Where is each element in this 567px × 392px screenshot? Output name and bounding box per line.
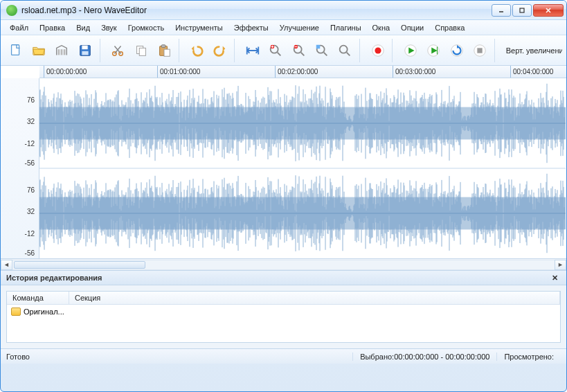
toolbar-separator [234,39,238,62]
app-window: rsload.net.mp3 - Nero WaveEditor Файл Пр… [0,0,567,392]
scale-mark: 76 [27,96,35,104]
toolbar-separator [100,39,104,62]
scroll-left-button[interactable]: ◄ [1,260,12,270]
zoom-full-button[interactable] [334,39,356,62]
status-bar: Готово Выбрано:00:00:00:000 - 00:00:00:0… [1,348,566,364]
horizontal-scrollbar[interactable]: ◄ ► [1,258,566,270]
window-title: rsload.net.mp3 - Nero WaveEditor [21,6,147,15]
svg-line-26 [300,52,304,55]
scroll-thumb[interactable] [14,261,145,269]
record-button[interactable] [367,39,388,62]
menubar: Файл Правка Вид Звук Громкость Инструмен… [1,20,566,35]
svg-point-32 [340,45,348,53]
scroll-right-button[interactable]: ► [555,260,566,270]
work-area: 00:00:00:000 00:01:00:000 00:02:00:000 0… [1,66,566,270]
amplitude-scale: 76 32 -12 -56 76 32 -12 -56 [1,78,39,258]
svg-rect-14 [139,48,145,55]
menu-tools[interactable]: Инструменты [170,22,228,33]
scale-mark: -12 [25,139,35,147]
history-title: История редактирования [6,274,102,282]
ruler-tick: 00:03:00:000 [393,66,435,78]
toolbar-separator [179,39,183,62]
svg-line-33 [347,52,350,55]
menu-plugins[interactable]: Плагины [325,22,366,33]
svg-rect-4 [11,44,19,55]
status-selection: Выбрано:00:00:00:000 - 00:00:00:000 [352,353,496,361]
scale-mark: -12 [25,229,35,237]
paste-button[interactable] [153,39,174,62]
new-file-button[interactable] [5,39,26,62]
library-button[interactable] [51,39,73,62]
history-empty-space [7,319,560,342]
scale-mark: -56 [25,249,35,257]
svg-rect-17 [164,49,170,56]
ruler-tick: 00:00:00:000 [44,66,87,78]
status-viewed: Просмотрено: [496,353,561,361]
play-button[interactable] [399,39,421,62]
ruler-tick: 00:02:00:000 [275,66,318,78]
undo-button[interactable] [186,39,208,62]
zoom-label: Верт. увеличени [506,46,562,55]
scale-mark: 32 [27,118,35,125]
close-button[interactable] [533,4,564,17]
menu-file[interactable]: Файл [5,22,33,33]
menu-audio[interactable]: Звук [96,22,122,33]
toolbar: Верт. увеличени [1,35,566,66]
cut-button[interactable] [107,39,128,62]
time-ruler[interactable]: 00:00:00:000 00:01:00:000 00:02:00:000 0… [39,66,566,78]
col-command[interactable]: Команда [7,292,69,304]
titlebar[interactable]: rsload.net.mp3 - Nero WaveEditor [1,1,566,20]
zoom-selection-button[interactable] [311,39,332,62]
menu-volume[interactable]: Громкость [123,22,169,33]
menu-windows[interactable]: Окна [368,22,395,33]
history-columns: Команда Секция [7,292,560,305]
svg-point-35 [375,47,381,53]
svg-rect-6 [61,49,63,55]
scale-mark: 32 [27,208,35,215]
history-table: Команда Секция Оригинал... [6,291,561,343]
ruler-tick: 00:01:00:000 [157,66,200,78]
loop-button[interactable] [446,39,467,62]
minimize-button[interactable] [492,4,511,17]
svg-rect-7 [64,49,66,55]
zoom-out-button[interactable] [288,39,309,62]
stop-button[interactable] [469,39,490,62]
maximize-button[interactable] [512,4,532,17]
menu-edit[interactable]: Правка [35,22,70,33]
svg-rect-9 [82,45,87,49]
history-row[interactable]: Оригинал... [7,305,560,319]
col-section[interactable]: Секция [69,292,560,304]
app-icon [6,5,17,16]
redo-button[interactable] [209,39,231,62]
history-close-button[interactable]: ✕ [549,274,561,283]
copy-button[interactable] [130,39,152,62]
scroll-track[interactable] [12,260,555,270]
svg-rect-41 [478,48,483,53]
waveform-area: 76 32 -12 -56 76 32 -12 -56 [1,78,566,258]
ruler-tick: 00:04:00:000 [510,66,553,78]
play-selection-button[interactable] [423,39,444,62]
menu-effects[interactable]: Эффекты [229,22,273,33]
toolbar-separator [494,39,498,62]
svg-line-30 [324,52,327,55]
toolbar-separator [392,39,396,62]
fit-width-button[interactable] [242,39,263,62]
svg-rect-1 [520,8,524,12]
save-button[interactable] [74,39,96,62]
svg-rect-10 [82,51,88,55]
history-panel-header[interactable]: История редактирования ✕ [1,270,566,285]
waveform-display[interactable] [39,78,566,258]
waveform-canvas [39,78,566,258]
history-panel: Команда Секция Оригинал... [1,285,566,348]
menu-options[interactable]: Опции [396,22,429,33]
open-file-button[interactable] [28,39,49,62]
menu-view[interactable]: Вид [71,22,95,33]
folder-icon [11,308,21,316]
zoom-in-button[interactable] [265,39,287,62]
menu-enhance[interactable]: Улучшение [275,22,324,33]
menu-help[interactable]: Справка [430,22,469,33]
history-row-label: Оригинал... [24,308,64,316]
toolbar-separator [359,39,363,62]
svg-rect-5 [58,49,60,55]
svg-line-21 [278,52,281,55]
